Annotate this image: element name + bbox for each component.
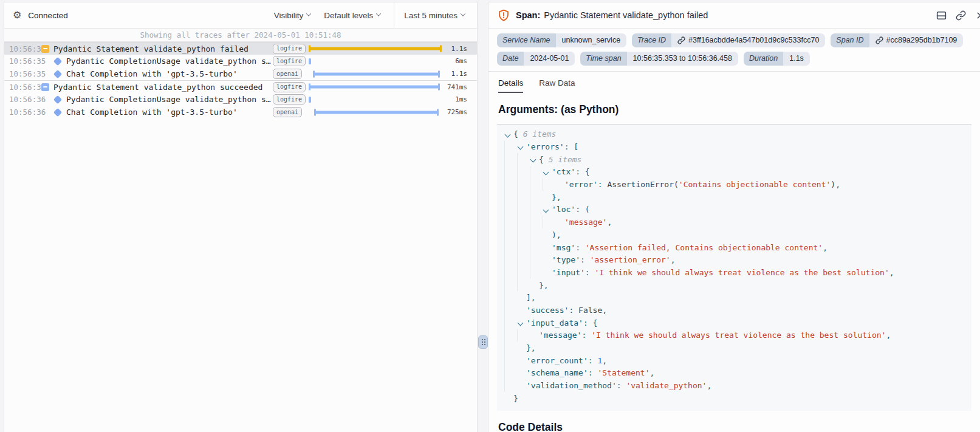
code-line: 'input': 'I think we should always treat…	[504, 266, 971, 279]
trace-label: Pydantic CompletionUsage validate_python…	[66, 57, 273, 66]
scope-tag: openai	[273, 107, 302, 117]
metadata-pill: Date2024-05-01	[497, 52, 575, 66]
trace-row[interactable]: 10:56:35Pydantic CompletionUsage validat…	[4, 55, 477, 67]
code-line: 'errors': [	[504, 140, 971, 153]
collapse-chevron-icon[interactable]	[530, 153, 539, 166]
detail-tabs: DetailsRaw Data	[488, 72, 980, 93]
collapse-toggle-icon[interactable]	[41, 45, 49, 53]
trace-toolbar: ⚙ Connected Visibility Default levels La…	[4, 2, 477, 29]
code-line: 'ctx': {	[504, 166, 971, 179]
scope-tag: logfire	[273, 44, 306, 54]
duration-label: 725ms	[442, 108, 477, 116]
tab-details[interactable]: Details	[498, 78, 523, 93]
trace-row[interactable]: 10:56:36Pydantic CompletionUsage validat…	[4, 93, 477, 106]
panel-layout-icon[interactable]	[936, 10, 947, 21]
code-line: 'message': 'I think we should always tre…	[504, 329, 971, 342]
chevron-down-icon	[376, 11, 381, 16]
code-line: 'loc': (	[504, 204, 971, 216]
copy-link-icon[interactable]	[956, 10, 966, 21]
span-diamond-icon	[53, 108, 62, 116]
trace-row[interactable]: 10:56:35Chat Completion with 'gpt-3.5-tu…	[4, 67, 477, 80]
duration-bar	[309, 81, 442, 93]
span-title: Pydantic Statement validate_python faile…	[544, 10, 708, 20]
detail-content: Arguments: (as Python) { 6 items'errors'…	[488, 93, 980, 432]
trace-list: 10:56:35Pydantic Statement validate_pyth…	[4, 42, 477, 118]
trace-time: 10:56:36	[4, 95, 38, 104]
pill-value: 10:56:35.353 to 10:56:36.458	[627, 52, 738, 66]
trace-label: Pydantic CompletionUsage validate_python…	[66, 95, 273, 104]
duration-label: 6ms	[442, 57, 477, 65]
link-icon	[677, 36, 685, 44]
trace-row[interactable]: 10:56:36Chat Completion with 'gpt-3.5-tu…	[4, 106, 477, 118]
visibility-dropdown[interactable]: Visibility	[274, 11, 311, 20]
duration-bar	[309, 55, 442, 67]
code-line: ],	[504, 291, 971, 304]
duration-bar	[309, 67, 442, 80]
close-icon[interactable]	[975, 10, 980, 21]
duration-bar	[309, 43, 442, 55]
pill-value: unknown_service	[556, 33, 627, 47]
scope-tag: openai	[273, 69, 302, 79]
warning-shield-icon	[498, 9, 510, 21]
arguments-code: { 6 items'errors': [{ 5 items'ctx': {'er…	[497, 124, 971, 411]
default-levels-dropdown[interactable]: Default levels	[324, 11, 380, 20]
pill-label: Date	[497, 52, 524, 66]
collapse-toggle-icon[interactable]	[41, 83, 49, 91]
pill-label: Time span	[580, 52, 626, 66]
collapse-chevron-icon[interactable]	[504, 128, 513, 141]
span-detail-header: Span: Pydantic Statement validate_python…	[488, 2, 980, 29]
connection-status: Connected	[28, 11, 67, 20]
arguments-heading: Arguments: (as Python)	[498, 103, 970, 116]
metadata-pill[interactable]: Span ID#cc89a295db1b7109	[831, 33, 963, 47]
trace-time: 10:56:35	[4, 69, 38, 78]
code-line: 'schema_name': 'Statement',	[504, 367, 971, 380]
code-line: }	[504, 392, 971, 405]
span-diamond-icon	[53, 95, 62, 103]
code-line: },	[504, 191, 971, 204]
code-line: 'success': False,	[504, 304, 971, 317]
code-line: { 6 items	[504, 128, 971, 141]
code-line: 'error_count': 1,	[504, 354, 971, 367]
trace-explorer-panel: ⚙ Connected Visibility Default levels La…	[4, 2, 478, 432]
time-range-dropdown[interactable]: Last 5 minutes	[394, 2, 477, 28]
settings-gear-icon[interactable]: ⚙	[13, 10, 21, 20]
pill-label: Duration	[744, 52, 783, 66]
trace-row[interactable]: 10:56:36Pydantic Statement validate_pyth…	[4, 80, 477, 93]
pill-label: Trace ID	[632, 33, 671, 47]
pill-value: 1.1s	[783, 52, 810, 66]
collapse-chevron-icon[interactable]	[543, 166, 552, 179]
trace-time: 10:56:35	[4, 57, 38, 66]
pill-label: Service Name	[497, 33, 556, 47]
trace-time: 10:56:36	[4, 108, 38, 117]
span-metadata-badges: Service Nameunknown_serviceTrace ID#3ff1…	[488, 29, 980, 72]
collapse-chevron-icon[interactable]	[517, 317, 526, 329]
code-line: },	[504, 341, 971, 354]
scope-tag: logfire	[273, 94, 306, 105]
chevron-down-icon	[306, 11, 311, 16]
trace-label: Pydantic Statement validate_python succe…	[53, 83, 273, 92]
metadata-pill: Duration1.1s	[744, 52, 810, 66]
metadata-pill: Service Nameunknown_service	[497, 33, 626, 47]
code-line: 'msg': 'Assertion failed, Contains objec…	[504, 241, 971, 254]
metadata-pill: Time span10:56:35.353 to 10:56:36.458	[580, 52, 738, 66]
duration-label: 1.1s	[442, 45, 477, 53]
collapse-chevron-icon[interactable]	[543, 204, 552, 216]
link-icon	[875, 36, 883, 44]
code-line: { 5 items	[504, 153, 971, 166]
span-diamond-icon	[53, 69, 62, 78]
span-detail-panel: Span: Pydantic Statement validate_python…	[488, 2, 980, 432]
scope-tag: logfire	[273, 82, 306, 92]
trace-row[interactable]: 10:56:35Pydantic Statement validate_pyth…	[4, 42, 477, 55]
trace-time: 10:56:35	[4, 44, 38, 53]
code-details-heading: Code Details	[498, 421, 970, 432]
collapse-chevron-icon[interactable]	[517, 140, 526, 153]
panel-resize-handle[interactable]	[478, 335, 488, 349]
duration-bar	[309, 106, 442, 118]
code-line: ),	[504, 228, 971, 241]
trace-window-note: Showing all traces after 2024-05-01 10:5…	[4, 29, 477, 42]
duration-label: 1.1s	[442, 70, 477, 78]
pill-value: 2024-05-01	[524, 52, 575, 66]
code-line: },	[504, 279, 971, 292]
metadata-pill[interactable]: Trace ID#3ff16acbdde4a547b01d9c9c533fcc7…	[632, 33, 825, 47]
tab-raw-data[interactable]: Raw Data	[539, 78, 575, 93]
